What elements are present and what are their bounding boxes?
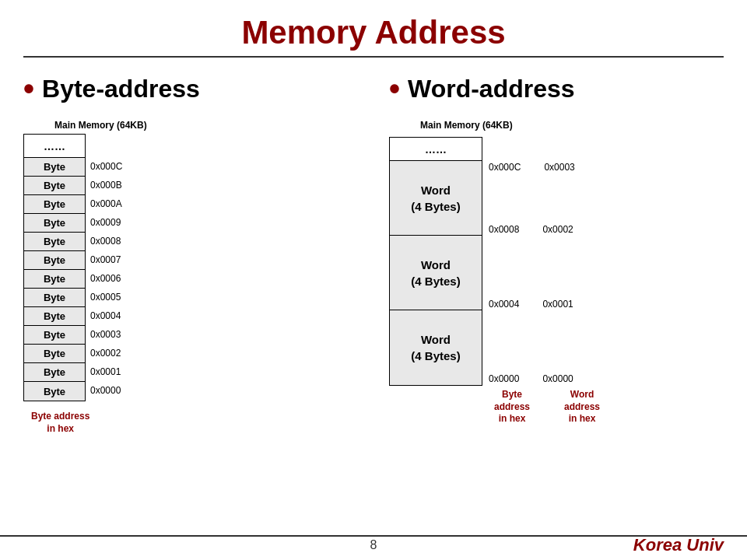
word-row-1: Word(4 Bytes): [390, 236, 482, 310]
bullet-icon: •: [23, 73, 34, 104]
byte-addr-0: 0x000C: [90, 157, 122, 176]
byte-ellipsis: ……: [24, 135, 85, 158]
byte-addr-ellipsis: [90, 134, 122, 157]
byte-row-5: Byte: [24, 251, 85, 270]
word-addr-row-0: 0x000C 0x0003 0x0008 0x0002: [489, 160, 605, 235]
byte-addr-8: 0x0004: [90, 306, 122, 325]
word-addr-0000: 0x0000: [542, 373, 573, 384]
word-bullet-icon: •: [389, 73, 400, 104]
word-row-2: Word(4 Bytes): [390, 310, 482, 385]
byte-addr-0000: 0x0000: [489, 373, 519, 384]
byte-addr-4: 0x0008: [90, 232, 122, 250]
word-ellipsis: ……: [390, 138, 482, 161]
byte-row-4: Byte: [24, 233, 85, 251]
word-diagram-container: Main Memory (64KB) …… Word(4 Bytes) Word…: [389, 120, 605, 425]
byte-addr-11: 0x0001: [90, 362, 122, 381]
word-address-heading: • Word-address: [389, 73, 575, 104]
byte-addresses: 0x000C 0x000B 0x000A 0x0009 0x0008 0x000…: [90, 134, 122, 400]
byte-row-3: Byte: [24, 214, 85, 233]
byte-addr-7: 0x0005: [90, 288, 122, 306]
word-addr-0002: 0x0002: [542, 224, 573, 235]
byte-row-0: Byte: [24, 158, 85, 177]
word-addr-0003: 0x0003: [544, 162, 574, 173]
byte-row-9: Byte: [24, 326, 85, 345]
byte-row-7: Byte: [24, 289, 85, 307]
byte-addr-9: 0x0003: [90, 325, 122, 344]
word-addr-0001: 0x0001: [542, 299, 573, 310]
word-diagram-label: Main Memory (64KB): [420, 120, 513, 131]
byte-table: …… Byte Byte Byte Byte Byte Byte Byte By…: [23, 134, 86, 401]
byte-row-1: Byte: [24, 177, 85, 195]
byte-row-12: Byte: [24, 382, 85, 401]
byte-address-label: Byte-address: [42, 75, 200, 103]
byte-addr-col-label-right: Byte addressin hex: [489, 389, 535, 425]
word-addr-spacer: [489, 137, 605, 160]
word-row-0: Word(4 Bytes): [390, 161, 482, 236]
word-addr-row-1: 0x0004 0x0001: [489, 235, 605, 310]
byte-addr-2: 0x000A: [90, 194, 122, 213]
byte-row-11: Byte: [24, 363, 85, 382]
right-panel: • Word-address Main Memory (64KB) …… Wor…: [366, 65, 731, 516]
byte-addr-3: 0x0009: [90, 213, 122, 232]
page-number: 8: [370, 538, 377, 552]
byte-addr-0008: 0x0008: [489, 224, 519, 235]
word-address-label: Word-address: [408, 75, 575, 103]
word-addr-col-label: Word addressin hex: [559, 389, 605, 425]
byte-addr-5: 0x0007: [90, 250, 122, 269]
content-area: • Byte-address Main Memory (64KB) …… Byt…: [0, 65, 747, 516]
byte-addr-0004: 0x0004: [489, 299, 519, 310]
byte-diagram-label: Main Memory (64KB): [54, 120, 147, 131]
byte-addr-col-label: Byte addressin hex: [31, 411, 89, 435]
byte-row-2: Byte: [24, 195, 85, 214]
byte-row-8: Byte: [24, 307, 85, 326]
word-addr-row-2: 0x0000 0x0000: [489, 310, 605, 384]
word-table: …… Word(4 Bytes) Word(4 Bytes) Word(4 By…: [389, 137, 482, 386]
byte-row-6: Byte: [24, 270, 85, 289]
byte-addr-10: 0x0002: [90, 344, 122, 362]
byte-addr-000C: 0x000C: [489, 162, 521, 173]
byte-diagram-rows-wrapper: …… Byte Byte Byte Byte Byte Byte Byte By…: [23, 134, 122, 401]
byte-address-heading: • Byte-address: [23, 73, 200, 104]
byte-row-10: Byte: [24, 345, 85, 363]
page-title: Memory Address: [0, 0, 747, 56]
word-diagram-area: …… Word(4 Bytes) Word(4 Bytes) Word(4 By…: [389, 137, 605, 425]
byte-addr-6: 0x0006: [90, 269, 122, 288]
left-panel: • Byte-address Main Memory (64KB) …… Byt…: [16, 65, 366, 516]
word-addr-labels: 0x000C 0x0003 0x0008 0x0002 0x00: [489, 137, 605, 425]
title-underline: [23, 56, 724, 58]
korea-univ-label: Korea Univ: [633, 535, 724, 555]
byte-addr-12: 0x0000: [90, 381, 122, 400]
byte-addr-1: 0x000B: [90, 176, 122, 194]
byte-diagram-container: Main Memory (64KB) …… Byte Byte Byte Byt…: [23, 120, 147, 435]
